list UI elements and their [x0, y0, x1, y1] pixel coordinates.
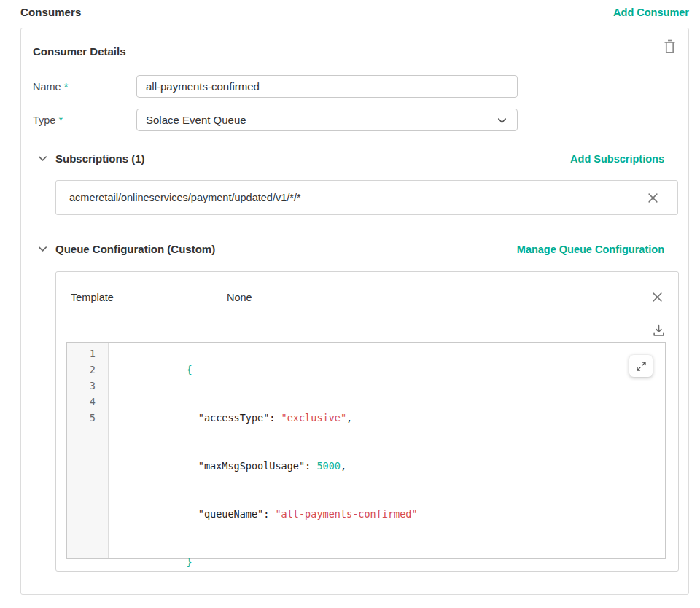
- code-line: "queueName": "all-payments-confirmed": [115, 490, 665, 538]
- line-number: 4: [67, 394, 96, 410]
- type-select[interactable]: Solace Event Queue: [136, 109, 518, 131]
- queue-config-code-editor: 1 2 3 4 5 { "accessType": "exclusive", "…: [66, 342, 666, 559]
- download-config-button[interactable]: [652, 324, 665, 337]
- required-marker: *: [58, 114, 63, 126]
- page-title: Consumers: [20, 6, 81, 18]
- download-icon: [653, 324, 665, 337]
- expand-icon: [636, 361, 647, 372]
- expand-editor-button[interactable]: [629, 355, 653, 377]
- page-header: Consumers Add Consumer: [20, 4, 689, 20]
- code-line: }: [115, 538, 665, 586]
- subscriptions-section-header: Subscriptions (1) Add Subscriptions: [33, 152, 677, 165]
- subscription-topic: acmeretail/onlineservices/payment/update…: [69, 192, 301, 203]
- queue-config-collapse-toggle[interactable]: [36, 243, 49, 255]
- editor-line-number-gutter: 1 2 3 4 5: [67, 343, 109, 558]
- subscription-row: acmeretail/onlineservices/payment/update…: [55, 180, 678, 215]
- type-select-value: Solace Event Queue: [146, 114, 246, 126]
- chevron-down-icon: [497, 115, 508, 126]
- queue-config-section-header: Queue Configuration (Custom) Manage Queu…: [33, 243, 677, 255]
- queue-config-title: Queue Configuration (Custom): [55, 243, 215, 255]
- name-field-row: Name *: [33, 75, 677, 98]
- trash-icon: [664, 39, 676, 54]
- add-consumer-button[interactable]: Add Consumer: [613, 7, 689, 18]
- code-line: {: [115, 346, 665, 394]
- consumers-page: Consumers Add Consumer Consumer Details …: [0, 0, 700, 595]
- subscriptions-title: Subscriptions (1): [55, 152, 145, 165]
- line-number: 3: [67, 378, 96, 394]
- name-label: Name *: [33, 81, 136, 93]
- line-number: 1: [67, 346, 96, 362]
- manage-queue-configuration-button[interactable]: Manage Queue Configuration: [517, 243, 677, 255]
- name-input[interactable]: [136, 75, 518, 98]
- queue-config-box: Template None: [55, 271, 679, 572]
- consumer-details-heading: Consumer Details: [33, 28, 677, 58]
- type-field-row: Type * Solace Event Queue: [33, 109, 677, 131]
- template-label: Template: [71, 292, 227, 303]
- delete-consumer-button[interactable]: [661, 38, 677, 55]
- subscriptions-collapse-toggle[interactable]: [36, 152, 49, 165]
- line-number: 2: [67, 362, 96, 378]
- line-number: 5: [67, 410, 96, 426]
- remove-subscription-button[interactable]: [647, 192, 658, 203]
- consumer-card: Consumer Details Name * Type * Solace Ev…: [20, 28, 689, 595]
- close-icon: [652, 292, 663, 303]
- code-line: "accessType": "exclusive",: [115, 394, 665, 442]
- chevron-down-icon: [37, 243, 48, 254]
- required-marker: *: [64, 81, 69, 93]
- template-row: Template None: [56, 272, 678, 303]
- type-label: Type *: [33, 114, 136, 126]
- code-edit-area[interactable]: { "accessType": "exclusive", "maxMsgSpoo…: [109, 343, 665, 558]
- close-icon: [648, 192, 658, 203]
- clear-template-button[interactable]: [651, 291, 663, 303]
- code-line: "maxMsgSpoolUsage": 5000,: [115, 442, 665, 490]
- chevron-down-icon: [37, 153, 48, 164]
- add-subscriptions-button[interactable]: Add Subscriptions: [570, 153, 677, 165]
- template-value: None: [227, 292, 252, 303]
